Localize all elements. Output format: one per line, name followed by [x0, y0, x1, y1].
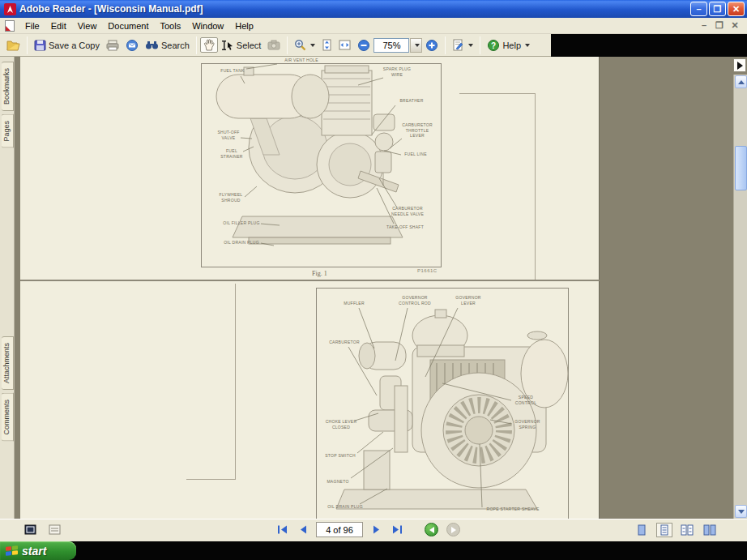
single-page-button[interactable] — [634, 523, 650, 537]
sidebar-tab-bookmarks[interactable]: Bookmarks — [2, 62, 14, 111]
tasks-button[interactable] — [449, 37, 476, 53]
help-button[interactable]: ? Help — [484, 37, 533, 53]
sidebar-tabs-bottom: AttachmentsComments — [0, 335, 14, 443]
scroll-down-button[interactable] — [735, 505, 747, 518]
windows-logo-icon — [6, 545, 18, 556]
figure-label: GOVERNOR LEVER — [455, 296, 480, 306]
zoom-out-button[interactable] — [354, 37, 374, 53]
sidebar-tab-attachments[interactable]: Attachments — [2, 336, 14, 390]
separator — [445, 36, 446, 54]
open-button[interactable] — [3, 38, 23, 53]
document-canvas[interactable]: Fig. 1 P1661C AIR VENT HOLEFUEL TANKSPAR… — [15, 57, 747, 519]
search-button[interactable]: Search — [142, 38, 193, 52]
document-icon — [5, 20, 15, 32]
continuous-button[interactable] — [656, 523, 672, 537]
separator — [287, 36, 288, 54]
figure-label: CARBURETOR THROTTLE LEVER — [402, 123, 433, 139]
next-page-button[interactable] — [368, 523, 384, 537]
zoom-in-button[interactable] — [422, 37, 442, 53]
separator — [196, 36, 197, 54]
help-icon: ? — [487, 39, 500, 52]
fit-page-icon — [322, 39, 332, 51]
page-indicator-field[interactable]: 4 of 96 — [316, 522, 363, 537]
figure-label: SPARK PLUG WIRE — [383, 67, 411, 78]
menu-file[interactable]: File — [19, 19, 45, 33]
mdi-window-controls: – ❐ ✕ — [698, 20, 741, 31]
zoom-in-icon — [425, 39, 438, 52]
scroll-up-button[interactable] — [735, 75, 747, 88]
figure-label: OIL DRAIN PLUG — [327, 505, 363, 510]
toolbar-overflow-button[interactable] — [733, 58, 746, 72]
tasks-page-icon — [452, 39, 464, 51]
last-page-icon — [392, 525, 403, 534]
start-button[interactable]: start — [0, 541, 76, 560]
continuous-icon — [659, 524, 669, 536]
figure-label: GOVERNOR CONTROL ROD — [399, 296, 431, 306]
menu-window[interactable]: Window — [186, 19, 229, 33]
adobe-reader-icon — [4, 3, 16, 15]
mdi-close-icon[interactable]: ✕ — [729, 20, 741, 31]
page-view-button[interactable] — [47, 523, 62, 536]
menu-tools[interactable]: Tools — [155, 19, 187, 33]
snapshot-button[interactable] — [264, 38, 284, 52]
previous-page-button[interactable] — [295, 523, 311, 537]
svg-text:?: ? — [491, 41, 496, 50]
navigation-pane-tabs: BookmarksPages AttachmentsComments — [0, 57, 15, 519]
toolbar-empty-region — [551, 34, 747, 58]
camera-icon — [267, 40, 280, 50]
toolbar: Save a Copy Search — [0, 34, 747, 57]
vertical-scrollbar[interactable] — [733, 75, 747, 519]
select-tool-button[interactable]: Select — [218, 38, 265, 53]
select-label: Select — [237, 41, 262, 50]
zoom-dropdown-button[interactable] — [410, 38, 422, 53]
save-a-copy-button[interactable]: Save a Copy — [31, 38, 103, 53]
actual-size-button[interactable] — [318, 37, 335, 53]
magnifier-icon — [294, 39, 306, 51]
last-page-button[interactable] — [389, 523, 405, 537]
continuous-facing-button[interactable] — [679, 523, 695, 537]
minimize-button[interactable]: – — [690, 2, 707, 16]
scrollbar-thumb[interactable] — [735, 146, 747, 190]
figure-label: FUEL STRAINER — [220, 149, 243, 160]
zoom-level-field[interactable]: 75% — [374, 38, 409, 53]
hide-toolbars-button[interactable] — [23, 523, 37, 536]
email-button[interactable] — [122, 37, 142, 53]
hand-tool-button[interactable] — [200, 37, 218, 53]
figure-label: GOVERNOR SPRING — [514, 420, 540, 430]
menu-view[interactable]: View — [72, 19, 103, 33]
mdi-minimize-icon[interactable]: – — [698, 20, 710, 31]
figure-label: SHUT-OFF VALVE — [217, 130, 239, 141]
figure-label: CARBURETOR — [329, 340, 360, 345]
figure-label: OIL DRAIN PLUG — [224, 241, 259, 246]
select-ibeam-icon — [221, 40, 234, 51]
restore-button[interactable]: ❐ — [709, 2, 726, 16]
print-button[interactable] — [103, 38, 122, 53]
statusbar: 4 of 96 — [0, 519, 747, 541]
leader-lines — [20, 57, 600, 519]
first-page-button[interactable] — [274, 523, 290, 537]
continuous-facing-icon — [681, 524, 694, 536]
titlebar: Adobe Reader - [Wisconsin Manual.pdf] – … — [0, 0, 747, 18]
menu-edit[interactable]: Edit — [45, 19, 72, 33]
figure-label: SPEED CONTROL — [515, 395, 536, 406]
single-page-icon — [637, 524, 647, 536]
zoom-tool-button[interactable] — [291, 37, 318, 53]
next-view-button[interactable] — [446, 523, 460, 536]
sidebar-tab-pages[interactable]: Pages — [2, 114, 14, 148]
facing-button[interactable] — [702, 523, 718, 537]
sidebar-tab-comments[interactable]: Comments — [2, 393, 14, 442]
figure-label: ROPE STARTER SHEAVE — [486, 507, 539, 512]
figure-label: FLYWHEEL SHROUD — [220, 193, 243, 203]
menu-help[interactable]: Help — [229, 19, 259, 33]
close-button[interactable]: ✕ — [728, 2, 745, 16]
sidebar-tabs-top: BookmarksPages — [0, 60, 14, 150]
previous-view-button[interactable] — [425, 523, 438, 536]
binoculars-icon — [145, 40, 159, 50]
facing-icon — [703, 524, 716, 536]
save-a-copy-label: Save a Copy — [49, 41, 100, 50]
menu-document[interactable]: Document — [102, 19, 154, 33]
mdi-restore-icon[interactable]: ❐ — [714, 20, 725, 31]
page-navigation: 4 of 96 — [274, 522, 460, 537]
fit-width-button[interactable] — [335, 37, 354, 53]
menubar: FileEditViewDocumentToolsWindowHelp – ❐ … — [0, 18, 747, 34]
